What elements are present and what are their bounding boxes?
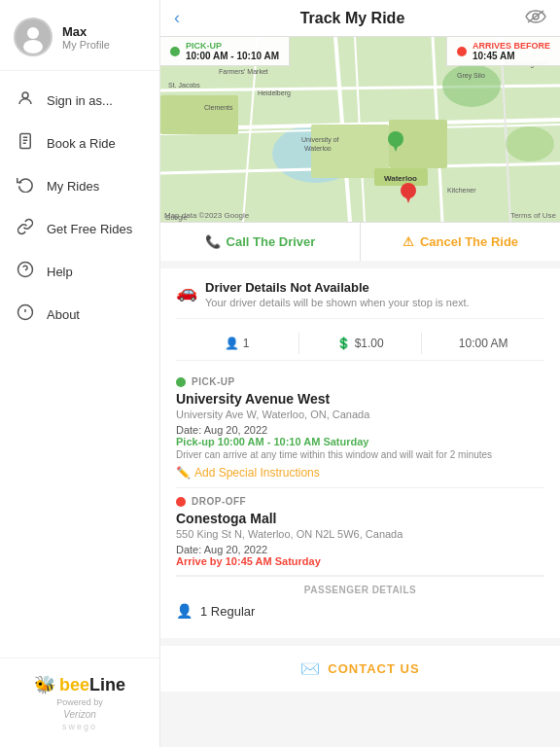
sidebar-label-sign-in: Sign in as... [47,93,113,108]
page-title: Track My Ride [180,10,525,27]
contact-bar[interactable]: ✉️ CONTACT US [160,646,560,692]
sidebar-item-book-ride[interactable]: Book a Ride [0,122,159,164]
avatar [14,18,52,56]
passenger-count: 1 Regular [200,604,255,619]
stat-time: 10:00 AM [422,333,544,354]
sidebar-label-help: Help [47,265,73,279]
pickup-type-label: PICK-UP [192,376,235,387]
dropoff-time: Arrive by 10:45 AM Saturday [176,555,544,567]
sidebar: Max My Profile Sign in as... Book a Ride… [0,0,160,747]
dropoff-section: DROP-OFF Conestoga Mall 550 King St N, W… [176,488,544,576]
pickup-address: University Ave W, Waterloo, ON, Canada [176,409,544,420]
svg-point-1 [27,27,39,39]
help-icon [16,261,35,282]
driver-unavail-title: Driver Details Not Available [205,280,470,295]
details-card: 🚗 Driver Details Not Available Your driv… [160,268,560,638]
svg-text:University of: University of [301,136,339,144]
add-instructions-label: Add Special Instructions [194,466,320,480]
passenger-person-icon: 👤 [176,603,192,619]
pencil-icon: ✏️ [176,466,191,480]
svg-text:Farmers' Market: Farmers' Market [219,68,268,75]
sign-in-icon [16,89,35,111]
sidebar-label-my-rides: My Rides [47,179,99,194]
map-terms: Terms of Use [510,211,556,220]
pickup-stop-header: PICK-UP [176,376,544,387]
free-rides-icon [16,218,35,239]
svg-text:Heidelberg: Heidelberg [258,89,291,97]
brand-name: Verizon [63,709,96,720]
visibility-icon[interactable] [525,8,546,28]
svg-text:Grey Silo: Grey Silo [457,72,485,80]
svg-point-30 [506,126,554,161]
call-driver-label: Call The Driver [227,234,316,249]
profile-sub: My Profile [62,39,110,51]
dropoff-date: Date: Aug 20, 2022 [176,544,544,555]
svg-text:St. Jacobs: St. Jacobs [168,82,200,89]
pickup-section: PICK-UP University Avenue West Universit… [176,369,544,488]
stat-time-value: 10:00 AM [459,337,508,350]
my-rides-icon [16,175,35,196]
person-stat-icon: 👤 [225,337,242,350]
stat-cost-value: $1.00 [355,337,384,350]
arrives-time: 10:45 AM [472,51,550,61]
bee-logo: 🐝 beeLine [34,674,125,695]
stat-passengers-value: 1 [243,337,250,350]
pickup-time: 10:00 AM - 10:10 AM [186,51,279,61]
arrives-label: ARRIVES BEFORE [472,41,550,51]
sidebar-item-sign-in[interactable]: Sign in as... [0,79,159,122]
stat-cost: 💲 $1.00 [299,333,423,354]
svg-point-29 [442,64,501,107]
passenger-row: 👤 1 Regular [176,599,544,626]
sidebar-item-free-rides[interactable]: Get Free Rides [0,207,159,250]
pickup-indicator [170,47,180,56]
pickup-name: University Avenue West [176,391,544,407]
sidebar-item-about[interactable]: About [0,293,159,336]
arrives-indicator [457,47,467,56]
bee-logo-text: beeLine [59,675,125,695]
map-attribution: Map data ©2023 Google [164,211,249,220]
svg-text:Clements: Clements [204,104,233,111]
dropoff-name: Conestoga Mall [176,511,544,526]
map-container: University of Waterloo Waterloo Kitchene… [160,37,560,222]
main-content: ‹ Track My Ride [160,0,560,747]
svg-text:Kitchener: Kitchener [447,187,476,194]
profile-name: Max [62,24,110,39]
nav-list: Sign in as... Book a Ride My Rides Get F… [0,71,159,658]
pickup-note: Driver can arrive at any time within thi… [176,449,544,460]
sidebar-item-my-rides[interactable]: My Rides [0,164,159,207]
driver-text-group: Driver Details Not Available Your driver… [205,280,470,308]
bottom-spacer [160,692,560,730]
pickup-time-range: Pick-up 10:00 AM - 10:10 AM Saturday [176,436,544,447]
stat-passengers: 👤 1 [176,333,299,354]
dropoff-type-label: DROP-OFF [192,496,246,507]
svg-rect-31 [160,95,238,134]
driver-unavail-row: 🚗 Driver Details Not Available Your driv… [176,280,544,319]
add-instructions-button[interactable]: ✏️ Add Special Instructions [176,466,544,480]
driver-unavail-sub: Your driver details will be shown when y… [205,297,470,308]
about-icon [16,303,35,325]
phone-icon: 📞 [205,234,221,249]
stats-row: 👤 1 💲 $1.00 10:00 AM [176,327,544,361]
profile-text: Max My Profile [62,24,110,51]
sidebar-item-help[interactable]: Help [0,250,159,293]
cancel-ride-button[interactable]: ⚠ Cancel The Ride [361,223,560,261]
svg-text:Waterloo: Waterloo [384,174,417,183]
dropoff-address: 550 King St N, Waterloo, ON N2L 5W6, Can… [176,528,544,540]
arrives-banner: ARRIVES BEFORE 10:45 AM [446,37,560,66]
cancel-ride-label: Cancel The Ride [420,234,518,249]
contact-label: CONTACT US [328,661,419,676]
cost-stat-icon: 💲 [336,337,354,350]
call-driver-button[interactable]: 📞 Call The Driver [160,223,361,261]
dropoff-dot [176,497,186,507]
pickup-dot [176,377,186,387]
sidebar-label-book-ride: Book a Ride [47,136,116,151]
passenger-section: PASSENGER DETAILS 👤 1 Regular [176,576,544,626]
profile-area[interactable]: Max My Profile [0,0,159,71]
sidebar-footer: 🐝 beeLine Powered by Verizon swego [0,658,159,747]
svg-point-2 [23,40,43,53]
dropoff-stop-header: DROP-OFF [176,496,544,507]
pickup-label: PICK-UP [186,41,279,51]
svg-text:Waterloo: Waterloo [304,145,332,152]
passenger-header: PASSENGER DETAILS [176,577,544,599]
car-icon: 🚗 [176,281,197,302]
